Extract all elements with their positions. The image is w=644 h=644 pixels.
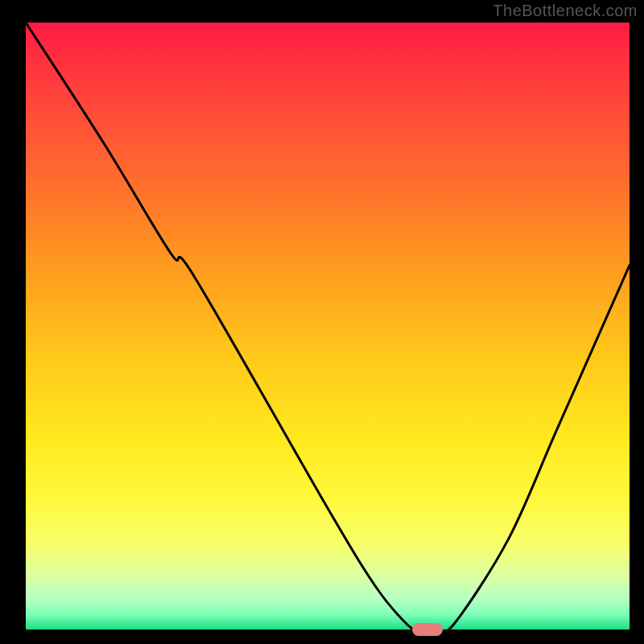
chart-frame: TheBottleneck.com [0, 0, 644, 644]
bottleneck-chart [0, 0, 644, 644]
watermark-label: TheBottleneck.com [493, 2, 638, 20]
plot-background [26, 23, 630, 630]
optimal-marker [412, 623, 443, 636]
